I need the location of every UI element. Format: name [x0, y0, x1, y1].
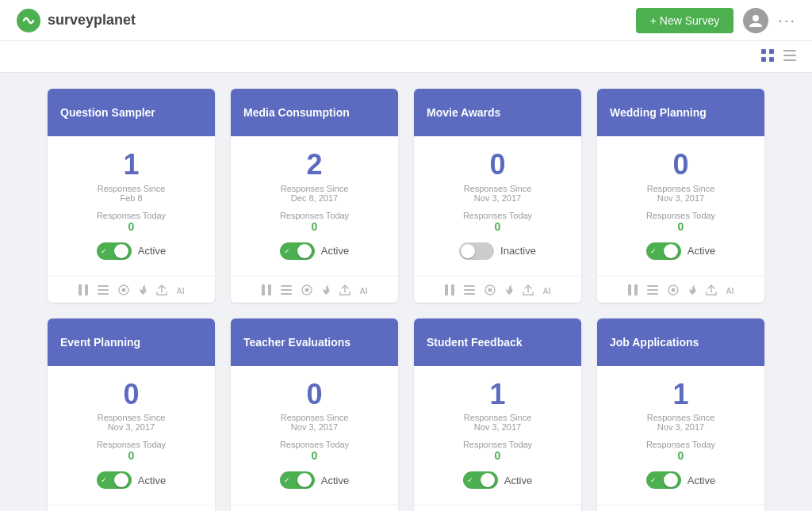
- responses-today-label-event-planning: Responses Today: [60, 440, 202, 449]
- card-actions-wedding-planning: AI: [597, 276, 764, 303]
- survey-card-wedding-planning: Wedding Planning 0 Responses Since Nov 3…: [597, 89, 764, 303]
- card-body-teacher-evaluations: 0 Responses Since Nov 3, 2017 Responses …: [231, 366, 398, 505]
- pause-icon-wedding-planning[interactable]: [628, 284, 638, 298]
- preview-icon-question-sampler[interactable]: [118, 284, 129, 298]
- status-toggle-student-feedback[interactable]: ✓: [463, 471, 498, 489]
- svg-rect-4: [761, 57, 766, 62]
- fire-icon-movie-awards[interactable]: [505, 284, 513, 298]
- toggle-track-wedding-planning: ✓: [646, 242, 681, 260]
- card-header-wedding-planning[interactable]: Wedding Planning: [597, 89, 764, 136]
- status-toggle-question-sampler[interactable]: ✓: [97, 242, 132, 260]
- results-icon-media-consumption[interactable]: [281, 284, 292, 297]
- card-header-media-consumption[interactable]: Media Consumption: [231, 89, 398, 136]
- response-since-date-event-planning: Nov 3, 2017: [60, 422, 202, 432]
- responses-today-label-job-applications: Responses Today: [610, 440, 752, 449]
- card-header-event-planning[interactable]: Event Planning: [48, 318, 215, 366]
- svg-rect-18: [281, 285, 292, 287]
- status-toggle-teacher-evaluations[interactable]: ✓: [280, 471, 315, 489]
- list-view-icon[interactable]: [783, 49, 796, 65]
- status-toggle-event-planning[interactable]: ✓: [97, 471, 132, 489]
- results-icon-wedding-planning[interactable]: [647, 284, 658, 297]
- svg-point-15: [121, 288, 125, 292]
- card-actions-event-planning: AI: [48, 505, 215, 511]
- pause-icon-movie-awards[interactable]: [445, 284, 454, 298]
- toggle-thumb-media-consumption: [297, 244, 312, 258]
- pause-icon-media-consumption[interactable]: [262, 284, 271, 298]
- ai-icon-question-sampler[interactable]: AI: [177, 287, 185, 296]
- card-header-teacher-evaluations[interactable]: Teacher Evaluations: [231, 318, 398, 366]
- grid-view-icon[interactable]: [761, 49, 774, 65]
- fire-icon-wedding-planning[interactable]: [688, 284, 696, 298]
- share-icon-movie-awards[interactable]: [523, 284, 534, 298]
- user-icon: [748, 13, 764, 29]
- svg-rect-20: [281, 293, 292, 295]
- toggle-check-icon: ✓: [101, 476, 107, 484]
- preview-icon-media-consumption[interactable]: [301, 284, 312, 298]
- preview-icon-wedding-planning[interactable]: [668, 284, 679, 298]
- card-header-job-applications[interactable]: Job Applications: [597, 318, 764, 366]
- survey-card-movie-awards: Movie Awards 0 Responses Since Nov 3, 20…: [414, 89, 581, 303]
- status-toggle-job-applications[interactable]: ✓: [646, 471, 681, 489]
- results-icon-movie-awards[interactable]: [464, 284, 475, 297]
- response-since-date-teacher-evaluations: Nov 3, 2017: [243, 422, 385, 432]
- svg-rect-30: [628, 284, 631, 296]
- svg-rect-32: [647, 285, 658, 287]
- svg-rect-6: [783, 50, 796, 51]
- view-toolbar: [0, 41, 812, 73]
- status-label-event-planning: Active: [138, 475, 166, 486]
- card-title-student-feedback: Student Feedback: [427, 336, 523, 349]
- share-icon-media-consumption[interactable]: [339, 284, 350, 298]
- svg-rect-27: [464, 293, 475, 295]
- results-icon-question-sampler[interactable]: [98, 284, 109, 297]
- toggle-track-teacher-evaluations: ✓: [280, 471, 315, 489]
- toggle-check-icon: ✓: [650, 476, 657, 484]
- status-toggle-movie-awards[interactable]: [459, 242, 494, 260]
- status-row-question-sampler: ✓ Active: [60, 242, 202, 263]
- survey-card-event-planning: Event Planning 0 Responses Since Nov 3, …: [48, 318, 215, 511]
- response-since-date-media-consumption: Dec 8, 2017: [243, 193, 385, 203]
- survey-grid: Question Sampler 1 Responses Since Feb 8…: [48, 89, 764, 511]
- responses-today-label-student-feedback: Responses Today: [427, 440, 569, 449]
- fire-icon-media-consumption[interactable]: [322, 284, 330, 298]
- card-header-student-feedback[interactable]: Student Feedback: [414, 318, 581, 366]
- svg-rect-16: [262, 284, 265, 296]
- responses-today-count-wedding-planning: 0: [610, 220, 752, 233]
- share-icon-question-sampler[interactable]: [156, 284, 167, 298]
- svg-rect-24: [451, 284, 454, 296]
- avatar[interactable]: [743, 8, 768, 33]
- share-icon-wedding-planning[interactable]: [706, 284, 717, 298]
- survey-card-media-consumption: Media Consumption 2 Responses Since Dec …: [231, 89, 398, 303]
- survey-card-student-feedback: Student Feedback 1 Responses Since Nov 3…: [414, 318, 581, 511]
- response-since-label-question-sampler: Responses Since: [60, 184, 202, 193]
- fire-icon-question-sampler[interactable]: [139, 284, 147, 298]
- card-title-wedding-planning: Wedding Planning: [610, 106, 707, 119]
- pause-icon-question-sampler[interactable]: [79, 284, 88, 298]
- svg-rect-2: [761, 49, 766, 54]
- status-label-media-consumption: Active: [321, 245, 349, 257]
- svg-rect-3: [769, 49, 774, 54]
- ai-icon-media-consumption[interactable]: AI: [360, 287, 368, 296]
- response-since-label-media-consumption: Responses Since: [243, 184, 385, 193]
- status-label-job-applications: Active: [688, 475, 715, 486]
- status-toggle-wedding-planning[interactable]: ✓: [646, 242, 681, 260]
- svg-rect-12: [98, 289, 109, 291]
- responses-today-count-movie-awards: 0: [427, 220, 569, 233]
- ai-icon-movie-awards[interactable]: AI: [543, 287, 551, 296]
- response-count-event-planning: 0: [60, 379, 202, 410]
- survey-card-question-sampler: Question Sampler 1 Responses Since Feb 8…: [48, 89, 215, 303]
- new-survey-button[interactable]: + New Survey: [636, 8, 734, 33]
- more-options-icon[interactable]: ···: [778, 11, 796, 29]
- status-row-event-planning: ✓ Active: [60, 471, 202, 492]
- response-count-movie-awards: 0: [427, 149, 569, 181]
- card-header-movie-awards[interactable]: Movie Awards: [414, 89, 581, 136]
- card-body-event-planning: 0 Responses Since Nov 3, 2017 Responses …: [48, 366, 215, 505]
- card-header-question-sampler[interactable]: Question Sampler: [48, 89, 215, 136]
- card-body-job-applications: 1 Responses Since Nov 3, 2017 Responses …: [597, 366, 764, 505]
- ai-icon-wedding-planning[interactable]: AI: [726, 287, 734, 296]
- svg-rect-34: [647, 293, 658, 295]
- preview-icon-movie-awards[interactable]: [485, 284, 496, 298]
- svg-rect-25: [464, 285, 475, 287]
- status-toggle-media-consumption[interactable]: ✓: [280, 242, 315, 260]
- response-count-teacher-evaluations: 0: [243, 379, 385, 410]
- responses-today-count-event-planning: 0: [60, 449, 202, 462]
